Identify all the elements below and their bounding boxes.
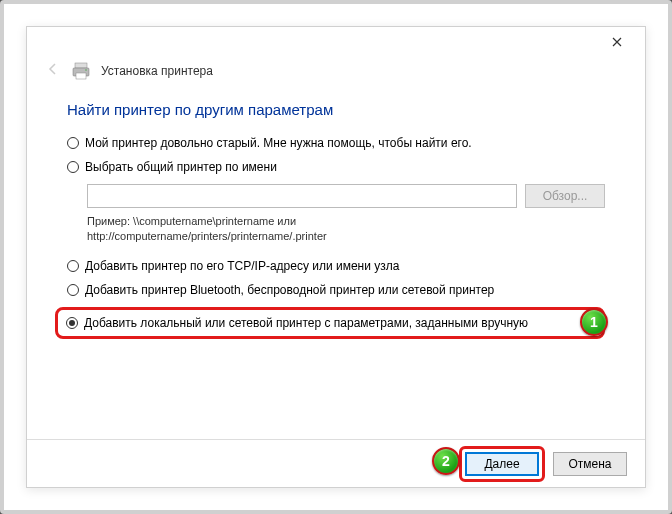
svg-rect-0 xyxy=(75,63,87,68)
radio-label: Добавить принтер по его TCP/IP-адресу ил… xyxy=(85,259,399,273)
annotation-badge-1: 1 xyxy=(580,308,608,336)
annotation-highlight-2: 2 Далее xyxy=(459,446,545,482)
annotation-highlight-1: Добавить локальный или сетевой принтер с… xyxy=(55,307,605,339)
example-line: http://computername/printers/printername… xyxy=(87,229,605,244)
close-icon xyxy=(612,37,622,47)
printer-name-input[interactable] xyxy=(87,184,517,208)
printer-wizard-dialog: Установка принтера Найти принтер по друг… xyxy=(26,26,646,488)
radio-local-manual[interactable]: Добавить локальный или сетевой принтер с… xyxy=(66,316,528,330)
radio-icon-checked xyxy=(66,317,78,329)
dialog-footer: 2 Далее Отмена xyxy=(27,439,645,487)
svg-rect-2 xyxy=(76,73,86,79)
radio-icon xyxy=(67,260,79,272)
radio-bluetooth-wireless[interactable]: Добавить принтер Bluetooth, беспроводной… xyxy=(67,283,605,297)
radio-icon xyxy=(67,161,79,173)
back-icon[interactable] xyxy=(45,61,61,81)
screenshot-frame: Установка принтера Найти принтер по друг… xyxy=(0,0,672,514)
radio-label: Добавить локальный или сетевой принтер с… xyxy=(84,316,528,330)
radio-label: Выбрать общий принтер по имени xyxy=(85,160,277,174)
wizard-title: Установка принтера xyxy=(101,64,213,78)
next-button[interactable]: Далее xyxy=(465,452,539,476)
close-button[interactable] xyxy=(597,28,637,56)
radio-old-printer[interactable]: Мой принтер довольно старый. Мне нужна п… xyxy=(67,136,605,150)
header-row: Установка принтера xyxy=(27,57,645,93)
page-heading: Найти принтер по другим параметрам xyxy=(27,93,645,136)
options-group: Мой принтер довольно старый. Мне нужна п… xyxy=(27,136,645,339)
browse-button: Обзор... xyxy=(525,184,605,208)
titlebar xyxy=(27,27,645,57)
radio-shared-by-name[interactable]: Выбрать общий принтер по имени xyxy=(67,160,605,174)
radio-label: Мой принтер довольно старый. Мне нужна п… xyxy=(85,136,472,150)
radio-tcpip[interactable]: Добавить принтер по его TCP/IP-адресу ил… xyxy=(67,259,605,273)
shared-name-input-row: Обзор... xyxy=(87,184,605,208)
printer-icon xyxy=(71,62,91,80)
radio-label: Добавить принтер Bluetooth, беспроводной… xyxy=(85,283,494,297)
example-text: Пример: \\computername\printername или h… xyxy=(87,214,605,245)
example-line: Пример: \\computername\printername или xyxy=(87,214,605,229)
annotation-badge-2: 2 xyxy=(432,447,460,475)
svg-point-3 xyxy=(85,69,87,71)
radio-icon xyxy=(67,284,79,296)
radio-icon xyxy=(67,137,79,149)
cancel-button[interactable]: Отмена xyxy=(553,452,627,476)
